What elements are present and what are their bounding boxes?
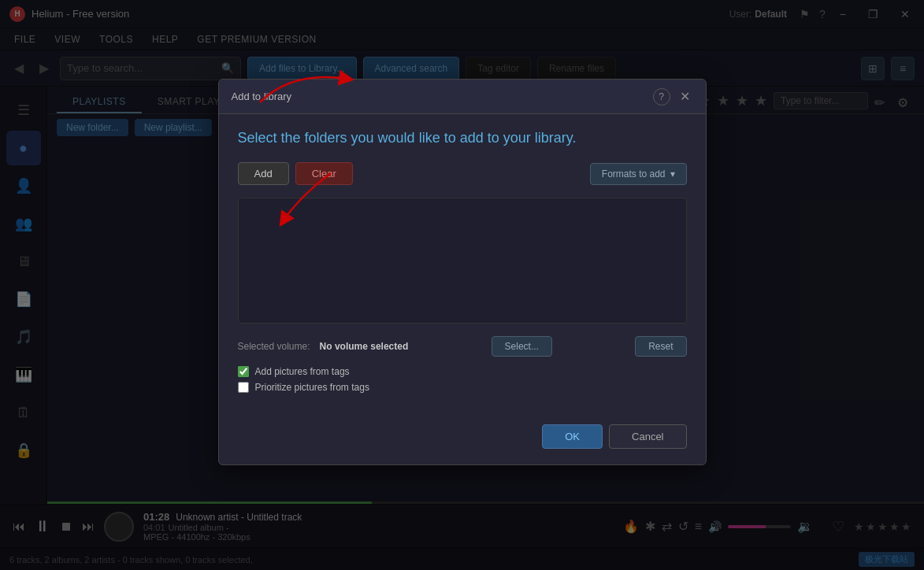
modal-add-button[interactable]: Add <box>238 162 289 185</box>
modal-header: Add to library ? ✕ <box>219 80 706 114</box>
add-pictures-label: Add pictures from tags <box>255 366 350 377</box>
formats-dropdown-button[interactable]: Formats to add ▾ <box>590 163 687 185</box>
modal-footer: OK Cancel <box>219 424 706 465</box>
modal-clear-button[interactable]: Clear <box>295 162 353 185</box>
reset-volume-button[interactable]: Reset <box>635 336 686 357</box>
volume-value: No volume selected <box>320 341 409 352</box>
prioritize-row: Prioritize pictures from tags <box>238 382 687 393</box>
modal-close-button[interactable]: ✕ <box>677 87 693 105</box>
chevron-down-icon: ▾ <box>670 168 675 180</box>
modal-action-row: Add Clear Formats to add ▾ <box>238 162 687 185</box>
folder-area <box>238 198 687 324</box>
modal-overlay[interactable]: Add to library ? ✕ Select the folders yo… <box>0 0 924 570</box>
modal-cancel-button[interactable]: Cancel <box>609 424 686 449</box>
select-volume-button[interactable]: Select... <box>492 336 552 357</box>
add-pictures-checkbox[interactable] <box>238 366 249 377</box>
modal-title: Add to library <box>232 91 653 102</box>
selected-volume-label: Selected volume: <box>238 341 310 352</box>
prioritize-checkbox[interactable] <box>238 382 249 393</box>
modal-subtitle: Select the folders you would like to add… <box>238 130 687 146</box>
modal-body: Select the folders you would like to add… <box>219 114 706 424</box>
checkboxes-area: Add pictures from tags Prioritize pictur… <box>238 366 687 393</box>
modal-dialog: Add to library ? ✕ Select the folders yo… <box>218 79 707 465</box>
prioritize-label: Prioritize pictures from tags <box>255 382 369 393</box>
modal-ok-button[interactable]: OK <box>542 424 603 449</box>
add-pictures-row: Add pictures from tags <box>238 366 687 377</box>
volume-row: Selected volume: No volume selected Sele… <box>238 336 687 357</box>
modal-help-button[interactable]: ? <box>653 88 670 105</box>
